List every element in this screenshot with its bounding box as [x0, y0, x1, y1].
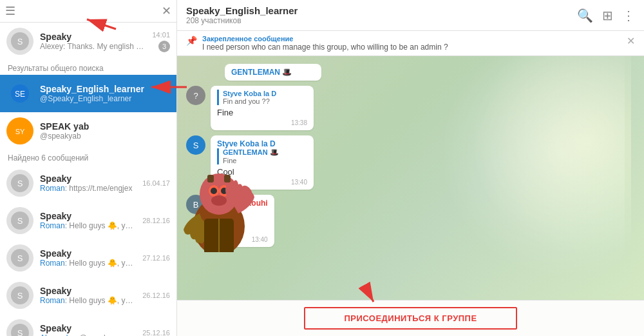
chat-info: Speaky Roman: Hello guys 🐥, you are read…	[40, 248, 136, 268]
chat-preview: Roman: Hello guys 🐥, you are reading our…	[40, 296, 136, 305]
message-quote: Styve Koba la D Fin and you ??	[217, 90, 307, 105]
search-input[interactable]: @speaky	[19, 6, 158, 16]
chat-time: 14:01	[152, 31, 170, 39]
chat-time: 26.12.16	[142, 292, 170, 299]
chat-item-speaky-english[interactable]: SE Speaky_English_learner @Speaky_Englis…	[0, 75, 176, 112]
close-icon[interactable]: ✕	[162, 4, 171, 18]
columns-icon[interactable]: ⊞	[602, 8, 613, 23]
search-bar: ☰ @speaky ✕	[0, 0, 176, 23]
message-block: ? Styve Koba la D Fin and you ?? Fine 13…	[186, 86, 418, 130]
chat-name: Speaky	[40, 211, 136, 221]
avatar: S	[6, 170, 33, 197]
list-item[interactable]: S Speaky Alexander: @speaky 25.12.16	[0, 314, 176, 336]
chat-time: 27.12.16	[142, 254, 170, 262]
chat-preview: Alexey: Thanks. My english not g...	[40, 42, 146, 51]
menu-icon[interactable]: ☰	[5, 4, 15, 18]
svg-rect-29	[224, 175, 231, 183]
svg-text:S: S	[17, 291, 23, 301]
pinned-content: Закрепленное сообщение I need person who…	[202, 35, 448, 52]
chat-info: Speaky Roman: https://t.me/engjex	[40, 173, 136, 193]
svg-point-22	[211, 188, 217, 194]
main-chat: Speaky_English_learner 208 участников 🔍 …	[177, 0, 644, 336]
chat-info: Speaky Alexey: Thanks. My english not g.…	[40, 32, 146, 51]
avatar: SE	[6, 80, 33, 107]
chat-preview: Roman: Hello guys 🐥, you are reading our…	[40, 221, 136, 230]
message-text: Fine	[217, 108, 307, 117]
chat-handle: @speakyab	[40, 132, 170, 141]
list-item[interactable]: S Speaky Roman: https://t.me/engjex 16.0…	[0, 164, 176, 202]
chat-handle: @Speaky_English_learner	[40, 94, 170, 103]
message-sender: Styve Koba la D	[217, 139, 307, 148]
chat-time: 25.12.16	[142, 329, 170, 336]
chat-title: Speaky_English_learner	[186, 5, 571, 16]
unread-badge: 3	[158, 41, 170, 52]
avatar: ?	[186, 86, 205, 105]
chat-name: Speaky	[40, 32, 146, 42]
section-label-search: Результаты общего поиска	[0, 60, 176, 75]
avatar: S	[6, 28, 33, 55]
svg-text:S: S	[17, 37, 23, 46]
message-bubble: Styve Koba la D Fin and you ?? Fine 13:3…	[211, 86, 314, 130]
chat-preview: Roman: https://t.me/engjex	[40, 184, 136, 193]
chat-name: Speaky	[40, 323, 136, 333]
svg-text:S: S	[17, 328, 23, 336]
chat-header: Speaky_English_learner 208 участников 🔍 …	[177, 0, 644, 31]
message-block: GENTLEMAN 🎩	[225, 64, 457, 81]
chat-subtitle: 208 участников	[186, 16, 571, 25]
pin-icon: 📌	[186, 35, 197, 46]
chat-info: Speaky_English_learner @Speaky_English_l…	[40, 84, 170, 103]
chat-meta: 26.12.16	[142, 292, 170, 299]
search-icon[interactable]: 🔍	[577, 8, 593, 23]
chat-header-icons: 🔍 ⊞ ⋮	[577, 8, 635, 23]
messages-area: GENTLEMAN 🎩 ? Styve Koba la D Fin and yo…	[177, 56, 644, 300]
list-item[interactable]: S Speaky Roman: Hello guys 🐥, you are re…	[0, 239, 176, 277]
chat-name: Speaky_English_learner	[40, 84, 170, 94]
message-bubble: GENTLEMAN 🎩	[225, 64, 321, 81]
chat-name: Speaky	[40, 286, 136, 296]
avatar: S	[6, 282, 33, 309]
chat-info: Speaky Alexander: @speaky	[40, 323, 136, 336]
chat-time: 16.04.17	[142, 179, 170, 187]
chat-meta: 25.12.16	[142, 329, 170, 336]
chat-meta: 28.12.16	[142, 217, 170, 224]
chat-item-speakyab[interactable]: SY SPEAK yab @speakyab	[0, 112, 176, 150]
chat-info: Speaky Roman: Hello guys 🐥, you are read…	[40, 286, 136, 305]
svg-text:SE: SE	[15, 90, 25, 99]
chat-preview: Roman: Hello guys 🐥, you are reading our…	[40, 259, 136, 268]
sidebar: ☰ @speaky ✕ S Speaky Alexey: Thanks. My …	[0, 0, 177, 336]
chat-name: SPEAK yab	[40, 121, 170, 132]
pinned-message: 📌 Закрепленное сообщение I need person w…	[177, 31, 644, 56]
section-label-messages: Найдено 6 сообщений	[0, 150, 176, 164]
chat-name: Speaky	[40, 173, 136, 184]
svg-text:S: S	[17, 216, 23, 226]
sticker-image	[177, 149, 261, 255]
chat-time: 28.12.16	[142, 217, 170, 224]
list-item[interactable]: S Speaky Roman: Hello guys 🐥, you are re…	[0, 202, 176, 239]
quote-text: Fin and you ??	[223, 97, 307, 105]
svg-text:S: S	[17, 179, 23, 188]
svg-point-24	[211, 195, 227, 206]
pinned-label: Закрепленное сообщение	[202, 35, 448, 43]
svg-text:S: S	[17, 253, 23, 263]
chat-header-info[interactable]: Speaky_English_learner 208 участников	[186, 5, 571, 25]
pinned-close-icon[interactable]: ✕	[627, 35, 635, 47]
join-bar: ПРИСОЕДИНИТЬСЯ К ГРУППЕ	[177, 300, 644, 336]
chat-info: SPEAK yab @speakyab	[40, 121, 170, 141]
chat-list: S Speaky Alexey: Thanks. My english not …	[0, 23, 176, 336]
chat-meta: 14:01 3	[152, 31, 170, 52]
message-sender: GENTLEMAN 🎩	[231, 68, 315, 77]
list-item[interactable]: S Speaky Roman: Hello guys 🐥, you are re…	[0, 277, 176, 314]
avatar: S	[6, 244, 33, 272]
svg-text:SY: SY	[15, 128, 25, 135]
chat-meta: 16.04.17	[142, 179, 170, 187]
join-group-button[interactable]: ПРИСОЕДИНИТЬСЯ К ГРУППЕ	[304, 307, 516, 330]
chat-meta: 27.12.16	[142, 254, 170, 262]
more-icon[interactable]: ⋮	[622, 8, 635, 23]
chat-preview: Alexander: @speaky	[40, 333, 136, 336]
avatar: S	[6, 207, 33, 234]
chat-item-speaky-top[interactable]: S Speaky Alexey: Thanks. My english not …	[0, 23, 176, 60]
svg-rect-28	[207, 175, 214, 183]
avatar: SY	[6, 117, 33, 144]
quote-sender: Styve Koba la D	[223, 90, 307, 97]
chat-name: Speaky	[40, 248, 136, 259]
